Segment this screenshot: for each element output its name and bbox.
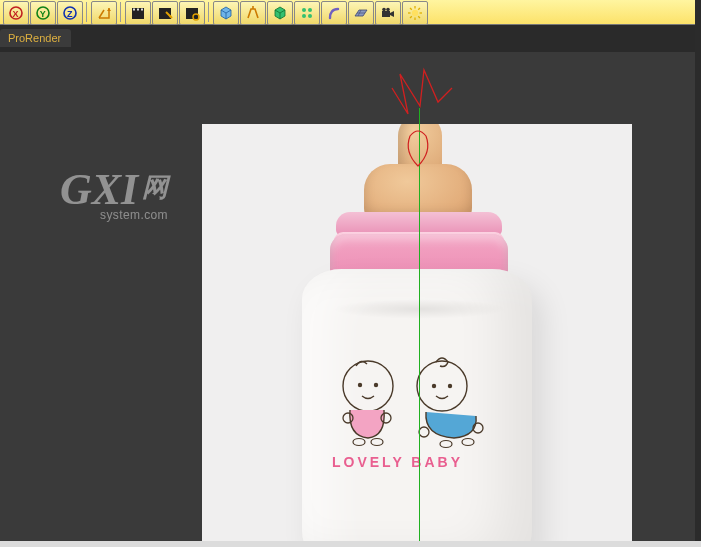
- svg-point-46: [419, 427, 429, 437]
- svg-rect-10: [137, 9, 139, 11]
- clapper-icon: [130, 5, 146, 21]
- render-settings-button[interactable]: [179, 1, 205, 25]
- y-axis-line: [419, 108, 420, 547]
- svg-point-42: [371, 439, 383, 446]
- camera-icon: [380, 5, 396, 21]
- toolbar-separator: [120, 2, 121, 22]
- svg-marker-6: [107, 8, 111, 11]
- svg-point-18: [302, 8, 306, 12]
- bend-icon: [326, 5, 342, 21]
- svg-text:Y: Y: [39, 9, 45, 19]
- add-camera-button[interactable]: [375, 1, 401, 25]
- axis-y-icon: Y: [35, 5, 51, 21]
- bottom-statusbar-edge: [0, 541, 701, 547]
- cube-icon: [218, 5, 234, 21]
- svg-rect-7: [132, 11, 144, 19]
- toolbar-separator: [208, 2, 209, 22]
- add-environment-button[interactable]: [348, 1, 374, 25]
- add-array-button[interactable]: [294, 1, 320, 25]
- svg-point-49: [462, 439, 474, 446]
- svg-point-43: [417, 361, 467, 411]
- axis-x-icon: X: [8, 5, 24, 21]
- clapper-gear-icon: [184, 5, 200, 21]
- clapper-region-icon: [157, 5, 173, 21]
- add-pen-button[interactable]: [240, 1, 266, 25]
- pen-icon: [245, 5, 261, 21]
- svg-point-26: [386, 8, 390, 12]
- watermark-sub-text: system.com: [100, 208, 168, 222]
- toolbar-separator: [86, 2, 87, 22]
- svg-rect-13: [159, 8, 171, 11]
- nurbs-icon: [272, 5, 288, 21]
- bottle-baby-illustration: [328, 352, 498, 452]
- svg-rect-16: [186, 8, 198, 11]
- svg-point-27: [411, 10, 417, 16]
- watermark-main: GXI: [60, 165, 138, 214]
- perspective-viewport[interactable]: LOVELY BABY GXI网 system.com: [0, 52, 701, 547]
- add-deformer-button[interactable]: [321, 1, 347, 25]
- coordinate-system-button[interactable]: [91, 1, 117, 25]
- main-toolbar: X Y Z: [0, 0, 701, 25]
- svg-line-35: [418, 8, 420, 10]
- svg-point-41: [353, 439, 365, 446]
- svg-point-36: [343, 361, 393, 411]
- light-icon: [407, 5, 423, 21]
- app-window: X Y Z: [0, 0, 701, 547]
- axis-y-button[interactable]: Y: [30, 1, 56, 25]
- svg-line-33: [418, 16, 420, 18]
- menu-tab-bar: ProRender: [0, 25, 701, 47]
- svg-point-19: [308, 8, 312, 12]
- svg-text:Z: Z: [67, 9, 73, 19]
- render-region-button[interactable]: [152, 1, 178, 25]
- add-cube-button[interactable]: [213, 1, 239, 25]
- svg-point-48: [440, 441, 452, 448]
- array-icon: [299, 5, 315, 21]
- svg-rect-11: [141, 9, 143, 11]
- coord-icon: [96, 5, 112, 21]
- bottle-label-text: LOVELY BABY: [332, 454, 463, 470]
- reference-image-plane: LOVELY BABY: [202, 124, 632, 547]
- axis-z-button[interactable]: Z: [57, 1, 83, 25]
- svg-point-38: [374, 383, 378, 387]
- svg-point-44: [432, 384, 436, 388]
- svg-point-20: [302, 14, 306, 18]
- viewport-container: LOVELY BABY GXI网 system.com: [0, 47, 701, 547]
- svg-point-21: [308, 14, 312, 18]
- render-view-button[interactable]: [125, 1, 151, 25]
- tab-prorender[interactable]: ProRender: [0, 29, 71, 47]
- add-light-button[interactable]: [402, 1, 428, 25]
- axis-x-button[interactable]: X: [3, 1, 29, 25]
- svg-point-25: [382, 8, 386, 12]
- right-panel-edge: [695, 0, 701, 547]
- floor-icon: [353, 5, 369, 21]
- svg-point-37: [358, 383, 362, 387]
- svg-point-45: [448, 384, 452, 388]
- svg-line-34: [410, 16, 412, 18]
- svg-rect-9: [133, 9, 135, 11]
- watermark-suffix: 网: [142, 173, 168, 202]
- add-nurbs-button[interactable]: [267, 1, 293, 25]
- svg-line-32: [410, 8, 412, 10]
- svg-text:X: X: [12, 9, 18, 19]
- axis-z-icon: Z: [62, 5, 78, 21]
- svg-rect-24: [382, 11, 390, 17]
- watermark-text: GXI网: [60, 164, 168, 215]
- svg-rect-15: [186, 11, 198, 19]
